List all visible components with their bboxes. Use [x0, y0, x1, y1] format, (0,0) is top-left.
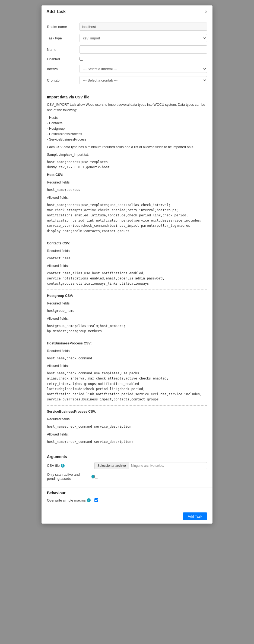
- host-required-label: Required fields:: [47, 180, 207, 185]
- form-section: Realm name Task type csv_import: [42, 18, 212, 92]
- hostgroup-allowed-label: Allowed fields:: [47, 316, 207, 321]
- hbp-allowed-label: Allowed fields:: [47, 363, 207, 369]
- name-row: Name: [47, 45, 207, 54]
- divider-1: [47, 237, 207, 237]
- sbp-required-label: Required fields:: [47, 416, 207, 422]
- host-required-fields: host_name;address: [47, 187, 207, 192]
- hostgroup-required-label: Required fields:: [47, 301, 207, 306]
- task-type-select[interactable]: csv_import: [80, 34, 207, 42]
- info-content: CSV_IMPORT task allow Wocu users to impo…: [47, 102, 207, 444]
- contacts-csv-title: Contacts CSV:: [47, 241, 207, 246]
- hostgroup-csv-title: Hostgroup CSV:: [47, 293, 207, 298]
- info-sample-lines: host_name;address;use_templates dummy_cs…: [47, 160, 207, 170]
- hbp-required-fields: host_name;check_command: [47, 356, 207, 361]
- csv-file-row: CSV file i Seleccionar archivo Ninguno a…: [47, 462, 207, 469]
- realm-name-row: Realm name: [47, 23, 207, 31]
- divider-4: [47, 405, 207, 406]
- crontab-row: Crontab --- Select a crontab ---: [47, 76, 207, 84]
- crontab-label: Crontab: [47, 78, 80, 82]
- sbp-required-fields: host_name;check_command;service_descript…: [47, 424, 207, 429]
- hostgroup-required-fields: hostgroup_name: [47, 308, 207, 313]
- add-task-button[interactable]: Add Task: [183, 512, 207, 520]
- overwrite-info-icon: i: [87, 498, 91, 502]
- crontab-select[interactable]: --- Select a crontab ---: [80, 76, 207, 84]
- contacts-required-fields: contact_name: [47, 256, 207, 261]
- name-input[interactable]: [80, 45, 207, 54]
- modal-footer: Add Task: [42, 509, 212, 524]
- interval-select[interactable]: --- Select a interval ---: [80, 65, 207, 73]
- scan-label-wrap: Only scan active and pending assets i: [47, 472, 94, 481]
- enabled-row: Enabled: [47, 57, 207, 61]
- crontab-wrap: --- Select a crontab ---: [80, 76, 207, 84]
- scan-row: Only scan active and pending assets i: [47, 472, 207, 481]
- modal-header: Add Task ×: [42, 5, 212, 18]
- enabled-checkbox[interactable]: [80, 57, 83, 61]
- interval-label: Interval: [47, 67, 80, 71]
- arguments-title: Arguments: [47, 455, 207, 459]
- info-description: CSV_IMPORT task allow Wocu users to impo…: [47, 102, 207, 113]
- csv-file-label-wrap: CSV file i: [47, 463, 94, 468]
- task-type-label: Task type: [47, 36, 80, 40]
- csv-file-input-wrap[interactable]: Seleccionar archivo Ninguno archivo sele…: [94, 462, 207, 469]
- modal-body: Realm name Task type csv_import: [42, 18, 212, 509]
- task-type-row: Task type csv_import: [47, 34, 207, 42]
- hbp-csv-title: HostBusinessProcess CSV:: [47, 341, 207, 346]
- overwrite-label-wrap: Overwrite simple macros i: [47, 498, 94, 502]
- info-section: Import data via CSV file CSV_IMPORT task…: [42, 92, 212, 451]
- add-task-modal: Add Task × Realm name Task type: [42, 5, 212, 524]
- interval-wrap: --- Select a interval ---: [80, 65, 207, 73]
- info-title: Import data via CSV file: [47, 95, 207, 99]
- host-allowed-fields: host_name;address;use_templates;use_pack…: [47, 203, 207, 234]
- csv-file-label: CSV file: [47, 463, 60, 468]
- name-label: Name: [47, 48, 80, 52]
- sbp-allowed-fields: host_name;check_command;service_descript…: [47, 439, 207, 444]
- hbp-required-label: Required fields:: [47, 348, 207, 354]
- sbp-allowed-label: Allowed fields:: [47, 432, 207, 437]
- enabled-wrap: [80, 57, 207, 61]
- info-note: Each CSV data type has a minimum require…: [47, 144, 207, 150]
- enabled-label: Enabled: [47, 57, 80, 61]
- overwrite-checkbox[interactable]: [94, 498, 98, 502]
- scan-label: Only scan active and pending assets: [47, 472, 90, 481]
- arguments-section: Arguments CSV file i Seleccionar archivo…: [42, 451, 212, 487]
- host-allowed-label: Allowed fields:: [47, 195, 207, 200]
- overwrite-row: Overwrite simple macros i: [47, 498, 207, 502]
- host-csv-title: Host CSV:: [47, 172, 207, 178]
- overwrite-label: Overwrite simple macros: [47, 498, 86, 502]
- contacts-allowed-fields: contact_name;alias;use;host_notification…: [47, 271, 207, 287]
- realm-name-wrap: [80, 23, 207, 31]
- file-placeholder: Ninguno archivo selec.: [129, 462, 166, 469]
- contacts-allowed-label: Allowed fields:: [47, 263, 207, 269]
- scan-checkbox[interactable]: [94, 475, 98, 478]
- behaviour-section: Behaviour Overwrite simple macros i: [42, 487, 212, 509]
- info-sample-label: Sample /tmp/csv_import.txt:: [47, 152, 207, 157]
- interval-row: Interval --- Select a interval ---: [47, 65, 207, 73]
- realm-name-label: Realm name: [47, 25, 80, 29]
- divider-3: [47, 337, 207, 337]
- modal-title: Add Task: [46, 9, 66, 14]
- hostgroup-allowed-fields: hostgroup_name;alias;realm;host_members;…: [47, 323, 207, 334]
- info-data-types: - Hosts - Contacts - Hostgroup - HostBus…: [47, 115, 207, 142]
- contacts-required-label: Required fields:: [47, 248, 207, 254]
- name-wrap: [80, 45, 207, 54]
- select-file-button[interactable]: Seleccionar archivo: [95, 462, 129, 469]
- close-button[interactable]: ×: [205, 9, 208, 14]
- scan-info-icon: i: [91, 475, 94, 478]
- divider-2: [47, 290, 207, 290]
- realm-name-input[interactable]: [80, 23, 207, 31]
- behaviour-title: Behaviour: [47, 491, 207, 495]
- sbp-csv-title: ServiceBusinessProcess CSV:: [47, 409, 207, 414]
- modal-overlay: Add Task × Realm name Task type: [0, 0, 254, 644]
- csv-file-info-icon: i: [61, 464, 65, 468]
- task-type-wrap: csv_import: [80, 34, 207, 42]
- hbp-allowed-fields: host_name;check_command;use_templates;us…: [47, 371, 207, 402]
